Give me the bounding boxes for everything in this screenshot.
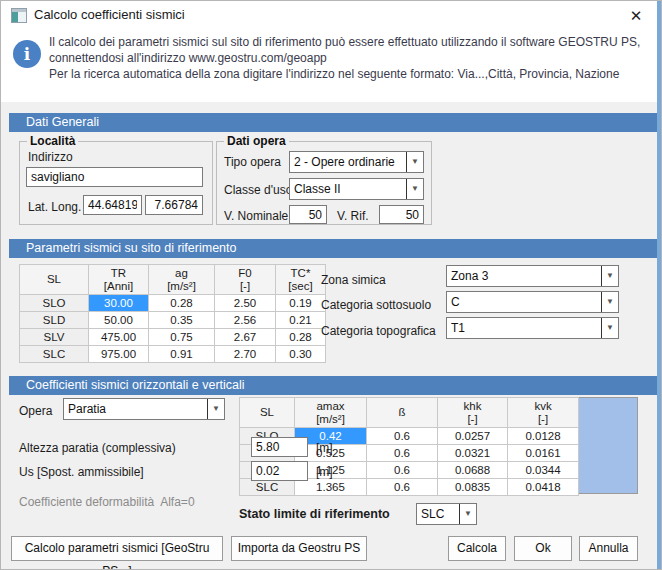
zona-simica-combo[interactable]: Zona 3 ▼ [446, 265, 619, 287]
classe-duso-combo[interactable]: Classe II ▼ [289, 178, 424, 200]
classe-duso-combo-value: Classe II [294, 179, 405, 199]
close-icon[interactable]: ✕ [625, 5, 647, 27]
table-row-header-cell[interactable]: SLO [20, 295, 89, 312]
table-header-cell: SL [240, 398, 295, 428]
table-cell[interactable]: 1.365 [295, 479, 367, 496]
table-header-cell: ag [m/s²] [149, 265, 215, 295]
table-cell[interactable]: 0.6 [367, 479, 438, 496]
us-spost-input[interactable] [251, 461, 308, 481]
info-message: Il calcolo dei parametri sismici sul sit… [49, 34, 649, 82]
categoria-topografica-combo[interactable]: T1 ▼ [446, 317, 619, 339]
table-cell[interactable]: 0.21 [276, 312, 326, 329]
stato-limite-combo-value: SLC [421, 504, 458, 524]
us-spost-label: Us [Spost. ammissibile] [19, 465, 144, 479]
v-nominale-label: V. Nominale [224, 209, 288, 223]
v-rif-input[interactable] [379, 205, 424, 224]
chevron-down-icon[interactable]: ▼ [601, 318, 618, 338]
table-header-cell: khk [-] [438, 398, 508, 428]
altezza-paratia-label: Altezza paratia (complessiva) [19, 441, 176, 455]
table-row-header-cell[interactable]: SLC [240, 479, 295, 496]
categoria-topografica-combo-value: T1 [451, 318, 600, 338]
long-input[interactable] [145, 195, 203, 215]
table-row-header-cell[interactable]: SLC [20, 346, 89, 363]
info-line-2: connettendosi all'indirizzo www.geostru.… [49, 50, 649, 66]
table-cell[interactable]: 50.00 [89, 312, 149, 329]
table-cell[interactable]: 0.0257 [438, 428, 508, 445]
info-icon: i [13, 40, 41, 68]
zona-simica-label: Zona simica [321, 273, 386, 287]
table-cell[interactable]: 30.00 [89, 295, 149, 312]
info-line-1: Il calcolo dei parametri sismici sul sit… [49, 34, 649, 50]
latlong-label: Lat. Long. [28, 200, 81, 214]
chevron-down-icon[interactable]: ▼ [406, 179, 423, 199]
categoria-topografica-label: Categoria topografica [321, 324, 436, 338]
table-cell[interactable]: 0.0161 [508, 445, 579, 462]
table-cell[interactable]: 0.19 [276, 295, 326, 312]
table-cell[interactable]: 0.28 [276, 329, 326, 346]
table-row: SLO30.000.282.500.19 [20, 295, 326, 312]
importa-da-geostru-button[interactable]: Importa da Geostru PS [231, 536, 367, 561]
tipo-opera-label: Tipo opera [224, 155, 281, 169]
categoria-sottosuolo-combo[interactable]: C ▼ [446, 291, 619, 313]
v-nominale-input[interactable] [289, 205, 327, 224]
categoria-sottosuolo-combo-value: C [451, 292, 600, 312]
section-header-parametri-sismici: Parametri sismici su sito di riferimento [9, 239, 657, 258]
table-cell[interactable]: 0.6 [367, 428, 438, 445]
indirizzo-input[interactable] [26, 167, 203, 187]
table-cell[interactable]: 975.00 [89, 346, 149, 363]
table-row: SLD50.000.352.560.21 [20, 312, 326, 329]
lat-input[interactable] [83, 195, 142, 215]
table-cell[interactable]: 0.0835 [438, 479, 508, 496]
info-line-3: Per la ricerca automatica della zona dig… [49, 66, 649, 82]
chevron-down-icon[interactable]: ▼ [406, 152, 423, 172]
table-cell[interactable]: 475.00 [89, 329, 149, 346]
table-row-header-cell[interactable]: SLD [20, 312, 89, 329]
chevron-down-icon[interactable]: ▼ [207, 399, 224, 419]
table-cell[interactable]: 0.91 [149, 346, 215, 363]
table-cell[interactable]: 2.70 [215, 346, 276, 363]
table-cell[interactable]: 0.0688 [438, 462, 508, 479]
table-cell[interactable]: 0.0321 [438, 445, 508, 462]
tipo-opera-combo[interactable]: 2 - Opere ordinarie ▼ [289, 151, 424, 173]
groupbox-dati-opera: Dati opera Tipo opera 2 - Opere ordinari… [216, 141, 432, 225]
opera-label: Opera [19, 404, 52, 418]
table-cell[interactable]: 0.6 [367, 445, 438, 462]
table-cell[interactable]: 0.30 [276, 346, 326, 363]
table-header-cell: F0 [-] [215, 265, 276, 295]
ok-button[interactable]: Ok [514, 536, 572, 561]
table-row-header-cell[interactable]: SLV [20, 329, 89, 346]
section-header-coefficienti: Coefficienti sismici orizzontali e verti… [9, 376, 657, 395]
groupbox-dati-opera-legend: Dati opera [224, 134, 289, 148]
chevron-down-icon[interactable]: ▼ [601, 266, 618, 286]
table-row: SLC975.000.912.700.30 [20, 346, 326, 363]
table-header-cell: amax [m/s²] [295, 398, 367, 428]
table-header-cell: TC* [sec] [276, 265, 326, 295]
annulla-button[interactable]: Annulla [579, 536, 638, 561]
altezza-paratia-input[interactable] [251, 437, 308, 457]
v-rif-label: V. Rif. [337, 209, 369, 223]
table-cell[interactable]: 0.6 [367, 462, 438, 479]
calcolo-parametri-sismici-button[interactable]: Calcolo parametri sismici [GeoStru PS...… [11, 536, 223, 561]
table-cell[interactable]: 2.56 [215, 312, 276, 329]
table-cell[interactable]: 0.0418 [508, 479, 579, 496]
indirizzo-label: Indirizzo [28, 150, 73, 164]
table-cell[interactable]: 0.35 [149, 312, 215, 329]
table-cell[interactable]: 0.0344 [508, 462, 579, 479]
table-cell[interactable]: 0.0128 [508, 428, 579, 445]
chevron-down-icon[interactable]: ▼ [459, 504, 476, 524]
groupbox-localita-legend: Località [27, 134, 78, 148]
table-cell[interactable]: 2.50 [215, 295, 276, 312]
table-row: SLC1.3650.60.08350.0418 [240, 479, 579, 496]
table-cell[interactable]: 2.67 [215, 329, 276, 346]
table-cell[interactable]: 0.75 [149, 329, 215, 346]
opera-combo[interactable]: Paratia ▼ [63, 398, 225, 420]
stato-limite-combo[interactable]: SLC ▼ [416, 503, 477, 525]
chevron-down-icon[interactable]: ▼ [601, 292, 618, 312]
section-header-dati-generali: Dati Generali [9, 113, 657, 132]
site-params-table: SLTR [Anni]ag [m/s²]F0 [-]TC* [sec]SLO30… [19, 264, 326, 363]
groupbox-localita: Località Indirizzo Lat. Long. [19, 141, 213, 225]
window-edge-strip [657, 1, 661, 570]
table-header-cell: SL [20, 265, 89, 295]
calcola-button[interactable]: Calcola [448, 536, 506, 561]
table-cell[interactable]: 0.28 [149, 295, 215, 312]
